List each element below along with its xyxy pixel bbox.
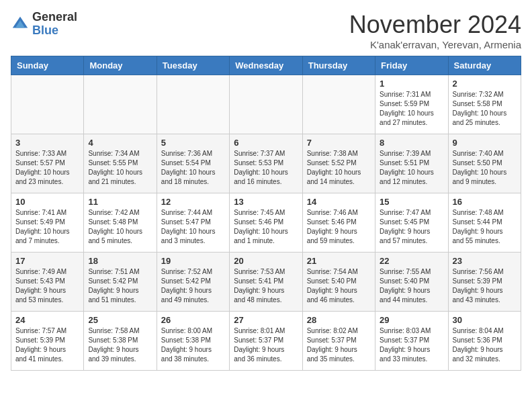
- day-number: 19: [161, 256, 225, 266]
- day-info: Sunrise: 8:03 AM Sunset: 5:37 PM Dayligh…: [380, 326, 443, 364]
- calendar-day-cell: 9Sunrise: 7:40 AM Sunset: 5:50 PM Daylig…: [448, 134, 521, 193]
- day-info: Sunrise: 7:37 AM Sunset: 5:53 PM Dayligh…: [234, 149, 298, 187]
- calendar-day-cell: 1Sunrise: 7:31 AM Sunset: 5:59 PM Daylig…: [375, 75, 448, 134]
- weekday-header-tuesday: Tuesday: [157, 56, 229, 75]
- calendar-day-cell: 27Sunrise: 8:01 AM Sunset: 5:37 PM Dayli…: [230, 312, 302, 371]
- calendar-day-cell: [230, 75, 302, 134]
- day-info: Sunrise: 7:58 AM Sunset: 5:38 PM Dayligh…: [88, 326, 152, 364]
- day-number: 8: [380, 138, 443, 148]
- day-number: 26: [161, 315, 225, 325]
- day-number: 12: [161, 197, 225, 207]
- day-number: 17: [15, 256, 79, 266]
- calendar-day-cell: 5Sunrise: 7:36 AM Sunset: 5:54 PM Daylig…: [157, 134, 229, 193]
- day-number: 25: [88, 315, 152, 325]
- day-info: Sunrise: 7:51 AM Sunset: 5:42 PM Dayligh…: [88, 267, 152, 305]
- day-info: Sunrise: 7:31 AM Sunset: 5:59 PM Dayligh…: [380, 90, 443, 128]
- day-number: 15: [380, 197, 443, 207]
- day-info: Sunrise: 7:55 AM Sunset: 5:40 PM Dayligh…: [380, 267, 443, 305]
- calendar-day-cell: 21Sunrise: 7:54 AM Sunset: 5:40 PM Dayli…: [302, 253, 375, 312]
- calendar-day-cell: 6Sunrise: 7:37 AM Sunset: 5:53 PM Daylig…: [230, 134, 302, 193]
- day-number: 18: [88, 256, 152, 266]
- day-number: 2: [453, 79, 517, 89]
- day-number: 24: [15, 315, 79, 325]
- logo-text: General Blue: [32, 11, 77, 38]
- page-header: General Blue November 2024 K'anak'errava…: [11, 11, 521, 50]
- calendar-week-row: 24Sunrise: 7:57 AM Sunset: 5:39 PM Dayli…: [11, 312, 521, 371]
- calendar-day-cell: 18Sunrise: 7:51 AM Sunset: 5:42 PM Dayli…: [84, 253, 157, 312]
- calendar-day-cell: 17Sunrise: 7:49 AM Sunset: 5:43 PM Dayli…: [11, 253, 84, 312]
- location-subtitle: K'anak'erravan, Yerevan, Armenia: [349, 39, 521, 50]
- day-info: Sunrise: 7:40 AM Sunset: 5:50 PM Dayligh…: [453, 149, 517, 187]
- day-number: 22: [380, 256, 443, 266]
- day-info: Sunrise: 8:00 AM Sunset: 5:38 PM Dayligh…: [161, 326, 225, 364]
- calendar-day-cell: 30Sunrise: 8:04 AM Sunset: 5:36 PM Dayli…: [448, 312, 521, 371]
- calendar-day-cell: 11Sunrise: 7:42 AM Sunset: 5:48 PM Dayli…: [84, 193, 157, 253]
- calendar-day-cell: 7Sunrise: 7:38 AM Sunset: 5:52 PM Daylig…: [302, 134, 375, 193]
- calendar-week-row: 10Sunrise: 7:41 AM Sunset: 5:49 PM Dayli…: [11, 193, 521, 253]
- weekday-header-thursday: Thursday: [302, 56, 375, 75]
- title-section: November 2024 K'anak'erravan, Yerevan, A…: [349, 11, 521, 50]
- day-number: 7: [307, 138, 371, 148]
- day-number: 29: [380, 315, 443, 325]
- day-info: Sunrise: 7:48 AM Sunset: 5:44 PM Dayligh…: [453, 208, 517, 246]
- calendar-day-cell: 29Sunrise: 8:03 AM Sunset: 5:37 PM Dayli…: [375, 312, 448, 371]
- calendar-week-row: 1Sunrise: 7:31 AM Sunset: 5:59 PM Daylig…: [11, 75, 521, 134]
- day-number: 1: [380, 79, 443, 89]
- calendar-day-cell: 3Sunrise: 7:33 AM Sunset: 5:57 PM Daylig…: [11, 134, 84, 193]
- day-number: 11: [88, 197, 152, 207]
- calendar-day-cell: 15Sunrise: 7:47 AM Sunset: 5:45 PM Dayli…: [375, 193, 448, 253]
- day-info: Sunrise: 7:54 AM Sunset: 5:40 PM Dayligh…: [307, 267, 371, 305]
- day-info: Sunrise: 8:02 AM Sunset: 5:37 PM Dayligh…: [307, 326, 371, 364]
- day-info: Sunrise: 8:01 AM Sunset: 5:37 PM Dayligh…: [234, 326, 298, 364]
- calendar-day-cell: 23Sunrise: 7:56 AM Sunset: 5:39 PM Dayli…: [448, 253, 521, 312]
- day-info: Sunrise: 7:41 AM Sunset: 5:49 PM Dayligh…: [15, 208, 79, 246]
- calendar-week-row: 17Sunrise: 7:49 AM Sunset: 5:43 PM Dayli…: [11, 253, 521, 312]
- day-number: 10: [15, 197, 79, 207]
- calendar-day-cell: [11, 75, 84, 134]
- weekday-header-friday: Friday: [375, 56, 448, 75]
- calendar-day-cell: 20Sunrise: 7:53 AM Sunset: 5:41 PM Dayli…: [230, 253, 302, 312]
- day-info: Sunrise: 7:53 AM Sunset: 5:41 PM Dayligh…: [234, 267, 298, 305]
- day-number: 16: [453, 197, 517, 207]
- weekday-header-row: SundayMondayTuesdayWednesdayThursdayFrid…: [11, 56, 521, 75]
- day-number: 4: [88, 138, 152, 148]
- calendar-day-cell: 22Sunrise: 7:55 AM Sunset: 5:40 PM Dayli…: [375, 253, 448, 312]
- day-info: Sunrise: 7:52 AM Sunset: 5:42 PM Dayligh…: [161, 267, 225, 305]
- calendar-day-cell: 25Sunrise: 7:58 AM Sunset: 5:38 PM Dayli…: [84, 312, 157, 371]
- day-info: Sunrise: 7:42 AM Sunset: 5:48 PM Dayligh…: [88, 208, 152, 246]
- day-info: Sunrise: 7:49 AM Sunset: 5:43 PM Dayligh…: [15, 267, 79, 305]
- calendar-day-cell: 8Sunrise: 7:39 AM Sunset: 5:51 PM Daylig…: [375, 134, 448, 193]
- day-number: 30: [453, 315, 517, 325]
- calendar-day-cell: 28Sunrise: 8:02 AM Sunset: 5:37 PM Dayli…: [302, 312, 375, 371]
- day-info: Sunrise: 7:57 AM Sunset: 5:39 PM Dayligh…: [15, 326, 79, 364]
- day-number: 23: [453, 256, 517, 266]
- calendar-day-cell: 12Sunrise: 7:44 AM Sunset: 5:47 PM Dayli…: [157, 193, 229, 253]
- logo-icon: [11, 15, 30, 34]
- calendar-day-cell: [84, 75, 157, 134]
- day-info: Sunrise: 7:33 AM Sunset: 5:57 PM Dayligh…: [15, 149, 79, 187]
- day-number: 5: [161, 138, 225, 148]
- calendar-day-cell: [302, 75, 375, 134]
- day-number: 21: [307, 256, 371, 266]
- calendar-day-cell: 26Sunrise: 8:00 AM Sunset: 5:38 PM Dayli…: [157, 312, 229, 371]
- calendar-week-row: 3Sunrise: 7:33 AM Sunset: 5:57 PM Daylig…: [11, 134, 521, 193]
- day-info: Sunrise: 8:04 AM Sunset: 5:36 PM Dayligh…: [453, 326, 517, 364]
- day-number: 28: [307, 315, 371, 325]
- weekday-header-monday: Monday: [84, 56, 157, 75]
- day-info: Sunrise: 7:44 AM Sunset: 5:47 PM Dayligh…: [161, 208, 225, 246]
- weekday-header-wednesday: Wednesday: [230, 56, 302, 75]
- day-info: Sunrise: 7:56 AM Sunset: 5:39 PM Dayligh…: [453, 267, 517, 305]
- day-info: Sunrise: 7:38 AM Sunset: 5:52 PM Dayligh…: [307, 149, 371, 187]
- calendar-day-cell: 19Sunrise: 7:52 AM Sunset: 5:42 PM Dayli…: [157, 253, 229, 312]
- day-number: 13: [234, 197, 298, 207]
- day-number: 14: [307, 197, 371, 207]
- day-info: Sunrise: 7:45 AM Sunset: 5:46 PM Dayligh…: [234, 208, 298, 246]
- calendar-day-cell: 24Sunrise: 7:57 AM Sunset: 5:39 PM Dayli…: [11, 312, 84, 371]
- calendar-day-cell: 13Sunrise: 7:45 AM Sunset: 5:46 PM Dayli…: [230, 193, 302, 253]
- month-title: November 2024: [349, 11, 521, 39]
- day-number: 27: [234, 315, 298, 325]
- weekday-header-saturday: Saturday: [448, 56, 521, 75]
- day-info: Sunrise: 7:32 AM Sunset: 5:58 PM Dayligh…: [453, 90, 517, 128]
- day-number: 3: [15, 138, 79, 148]
- calendar-table: SundayMondayTuesdayWednesdayThursdayFrid…: [11, 56, 521, 371]
